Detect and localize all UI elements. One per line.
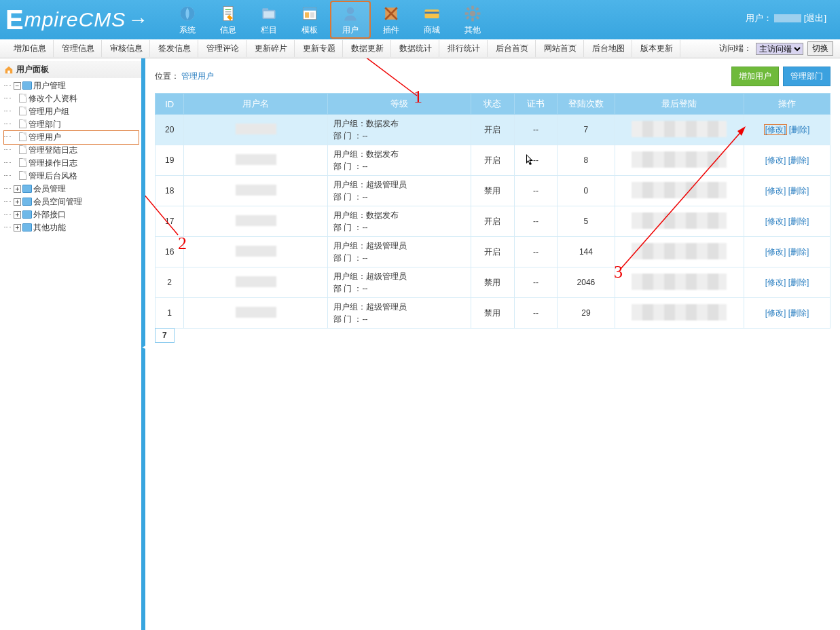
cell-lastlogin [615, 206, 744, 237]
svg-rect-18 [465, 12, 469, 15]
subnav-item[interactable]: 版本更新 [634, 40, 680, 57]
tree-item[interactable]: 管理用户组 [4, 105, 139, 118]
delete-link[interactable]: [删除] [788, 247, 809, 257]
subnav-item[interactable]: 管理评论 [200, 40, 246, 57]
delete-link[interactable]: [删除] [789, 125, 810, 134]
tree-group[interactable]: +外部接口 [4, 208, 139, 221]
svg-rect-20 [467, 7, 471, 11]
tree: −用户管理 修改个人资料管理用户组管理部门管理用户管理登陆日志管理操作日志管理后… [0, 78, 141, 237]
tree-root[interactable]: −用户管理 [4, 79, 139, 92]
tree-item[interactable]: 管理登陆日志 [4, 144, 139, 157]
nav-globe[interactable]: 系统 [168, 2, 206, 37]
edit-link[interactable]: [修改] [765, 186, 786, 196]
main: 用户面板 −用户管理 修改个人资料管理用户组管理部门管理用户管理登陆日志管理操作… [0, 58, 840, 630]
username-masked [774, 14, 801, 22]
visit-label: 访问端： [719, 43, 752, 54]
edit-link[interactable]: [修改] [765, 247, 786, 257]
logout-link[interactable]: [退出] [804, 13, 826, 23]
manage-dept-button[interactable]: 管理部门 [783, 67, 830, 86]
file-icon [19, 171, 26, 180]
cell-username [184, 115, 327, 145]
edit-link[interactable]: [修改] [765, 155, 786, 165]
tree-group[interactable]: +会员空间管理 [4, 196, 139, 208]
cell-logins: 29 [558, 298, 615, 329]
tree-item[interactable]: 修改个人资料 [4, 92, 139, 105]
cell-actions: [修改] [删除] [744, 206, 830, 237]
table-row: 17用户组：数据发布部 门 ：--开启--5[修改] [删除] [156, 206, 830, 237]
add-user-button[interactable]: 增加用户 [731, 67, 779, 86]
page-count: 7 [155, 328, 175, 343]
cell-username [184, 237, 327, 267]
tree-item[interactable]: 管理后台风格 [4, 170, 139, 183]
user-icon [341, 4, 360, 23]
subnav-item[interactable]: 排行统计 [441, 40, 488, 57]
cell-status: 开启 [471, 237, 514, 267]
expand-icon[interactable]: + [14, 185, 21, 193]
expand-icon[interactable]: + [14, 224, 21, 231]
svg-rect-17 [472, 18, 475, 21]
subnav-item[interactable]: 后台地图 [585, 40, 632, 57]
folder-icon [22, 198, 32, 206]
cell-status: 开启 [471, 115, 514, 145]
subnav-item[interactable]: 增加信息 [7, 40, 54, 57]
tree-item[interactable]: 管理部门 [4, 118, 139, 131]
subnav-item[interactable]: 网站首页 [537, 40, 584, 57]
cell-actions: [修改] [删除] [744, 298, 830, 329]
cell-status: 禁用 [471, 298, 514, 329]
subnav-item[interactable]: 数据更新 [344, 40, 391, 57]
nav-doc[interactable]: 信息 [209, 2, 247, 37]
nav-label: 用户 [342, 24, 359, 36]
cell-username [184, 267, 327, 298]
delete-link[interactable]: [删除] [788, 308, 809, 318]
cell-username [184, 145, 327, 176]
nav-window[interactable]: 模板 [291, 2, 329, 37]
subnav-item[interactable]: 更新专题 [296, 40, 343, 57]
subnav-item[interactable]: 数据统计 [392, 40, 439, 57]
expand-icon[interactable]: + [14, 198, 21, 206]
cell-level: 用户组：超级管理员部 门 ：-- [327, 237, 471, 267]
window-icon [300, 4, 319, 23]
tree-item[interactable]: 管理操作日志 [4, 157, 139, 170]
edit-link[interactable]: [修改] [765, 278, 786, 287]
edit-link[interactable]: [修改] [765, 217, 786, 226]
expand-icon[interactable]: + [14, 211, 21, 219]
visit-select[interactable]: 主访问端 [756, 43, 803, 55]
edit-link[interactable]: [修改] [765, 125, 786, 134]
file-icon [19, 107, 26, 115]
col-header: 证书 [514, 94, 557, 115]
svg-rect-9 [304, 7, 316, 10]
nav-user[interactable]: 用户 [331, 2, 369, 37]
svg-rect-19 [477, 12, 480, 15]
switch-button[interactable]: 切换 [807, 41, 833, 56]
delete-link[interactable]: [删除] [788, 278, 809, 287]
delete-link[interactable]: [删除] [788, 155, 809, 165]
collapse-icon[interactable]: − [14, 82, 21, 90]
delete-link[interactable]: [删除] [788, 217, 809, 226]
nav-puzzle[interactable]: 插件 [372, 2, 410, 37]
cell-status: 禁用 [471, 176, 514, 206]
subnav-item[interactable]: 管理信息 [55, 40, 102, 57]
puzzle-icon [382, 4, 401, 23]
subnav-item[interactable]: 签发信息 [151, 40, 198, 57]
subnav-item[interactable]: 更新碎片 [248, 40, 295, 57]
subnav: 增加信息管理信息审核信息签发信息管理评论更新碎片更新专题数据更新数据统计排行统计… [0, 39, 840, 58]
subnav-item[interactable]: 审核信息 [103, 40, 150, 57]
tree-group[interactable]: +其他功能 [4, 221, 139, 234]
breadcrumb-page[interactable]: 管理用户 [181, 71, 214, 81]
col-header: 登陆次数 [558, 94, 615, 115]
tree-item[interactable]: 管理用户 [4, 131, 139, 144]
col-header: 等级 [327, 94, 471, 115]
nav-label: 商城 [424, 24, 440, 36]
cell-logins: 2046 [558, 267, 615, 298]
tree-group[interactable]: +会员管理 [4, 183, 139, 196]
cell-username [184, 298, 327, 329]
svg-rect-7 [263, 11, 274, 18]
nav-card[interactable]: 商城 [413, 2, 451, 37]
cell-actions: [修改] [删除] [744, 115, 830, 145]
nav-folder[interactable]: 栏目 [250, 2, 288, 37]
delete-link[interactable]: [删除] [788, 186, 809, 196]
svg-point-15 [470, 10, 476, 16]
nav-gear[interactable]: 其他 [454, 2, 492, 37]
edit-link[interactable]: [修改] [765, 308, 786, 318]
subnav-item[interactable]: 后台首页 [489, 40, 536, 57]
